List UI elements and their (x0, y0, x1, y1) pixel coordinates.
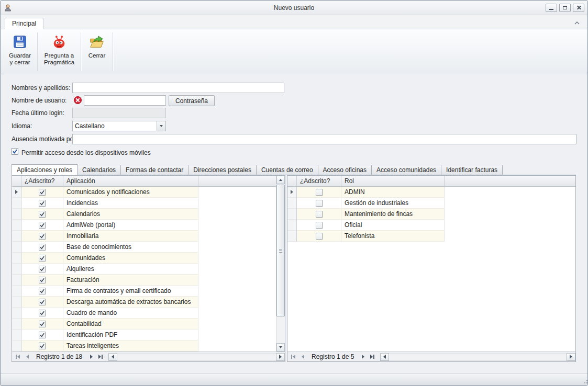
titlebar[interactable]: Nuevo usuario (1, 1, 587, 15)
absence-input[interactable] (72, 134, 576, 144)
tab-acceso-oficinas[interactable]: Acceso oficinas (318, 165, 372, 175)
next-record-button[interactable] (358, 353, 368, 361)
table-row[interactable]: Tareas inteligentes (12, 340, 276, 351)
ribbon-tab-principal[interactable]: Principal (5, 18, 43, 29)
table-row[interactable]: Base de conocimientos (12, 242, 276, 253)
row-checkbox[interactable] (316, 211, 323, 218)
row-checkbox[interactable] (39, 332, 46, 338)
column-header-adscrito[interactable]: ¿Adscrito? (297, 176, 341, 187)
first-record-button[interactable] (289, 353, 298, 361)
row-indicator (12, 231, 21, 242)
table-row[interactable]: Incidencias (12, 198, 276, 209)
table-row[interactable]: Calendarios (12, 209, 276, 220)
row-checkbox[interactable] (39, 266, 46, 273)
column-header-adscrito[interactable]: ¿Adscrito? (21, 176, 63, 187)
table-row[interactable]: Contabilidad (12, 319, 276, 330)
close-form-button[interactable]: Cerrar (83, 31, 110, 73)
table-row[interactable]: Telefonista (287, 231, 575, 242)
language-combobox[interactable]: Castellano (72, 121, 166, 131)
tab-direcciones-postales[interactable]: Direcciones postales (188, 165, 257, 175)
column-header-rol[interactable]: Rol (341, 176, 445, 187)
row-checkbox[interactable] (39, 277, 46, 283)
table-row[interactable]: Cuadro de mando (12, 308, 276, 319)
table-row[interactable]: ADMIN (287, 187, 575, 198)
adscrito-cell (297, 220, 341, 231)
username-input[interactable] (84, 95, 166, 106)
applications-grid-header: ¿Adscrito? Aplicación (12, 176, 276, 187)
tab-aplicaciones-y-roles[interactable]: Aplicaciones y roles (12, 164, 77, 175)
scroll-right-button[interactable] (567, 353, 575, 361)
table-row[interactable]: Alquileres (12, 264, 276, 275)
row-checkbox[interactable] (39, 255, 46, 262)
tab-acceso-comunidades[interactable]: Acceso comunidades (371, 165, 441, 175)
horizontal-scrollbar-track[interactable] (389, 353, 567, 361)
table-row[interactable]: AdmiWeb (portal) (12, 220, 276, 231)
table-row[interactable]: Facturación (12, 275, 276, 286)
minimize-button[interactable] (546, 4, 557, 12)
last-record-button[interactable] (96, 353, 105, 361)
column-header-aplicacion[interactable]: Aplicación (63, 176, 198, 187)
close-button[interactable] (573, 4, 584, 12)
password-button[interactable]: Contraseña (169, 95, 215, 106)
row-checkbox[interactable] (39, 200, 46, 207)
scroll-up-button[interactable] (276, 176, 285, 184)
table-row[interactable]: Descarga automática de extractos bancari… (12, 297, 276, 308)
row-checkbox[interactable] (39, 299, 46, 305)
table-row[interactable]: Mantenimiento de fincas (287, 209, 575, 220)
pragmatica-mascot-icon (51, 33, 68, 51)
previous-record-button[interactable] (298, 353, 307, 361)
row-checkbox[interactable] (39, 189, 46, 196)
first-record-button[interactable] (13, 353, 23, 361)
mobile-access-checkbox[interactable] (12, 148, 18, 155)
scrollbar-track[interactable] (276, 184, 285, 343)
row-indicator (12, 330, 21, 340)
row-checkbox[interactable] (39, 288, 46, 294)
full-name-input[interactable] (72, 83, 284, 93)
tab-formas-de-contactar[interactable]: Formas de contactar (120, 165, 188, 175)
resize-grip[interactable] (584, 382, 585, 383)
horizontal-scrollbar[interactable] (108, 353, 285, 361)
ribbon-collapse-button[interactable] (572, 19, 582, 27)
maximize-button[interactable] (559, 4, 571, 12)
row-checkbox[interactable] (39, 310, 46, 316)
row-checkbox[interactable] (316, 222, 323, 229)
applications-grid-vertical-scrollbar[interactable] (276, 176, 285, 351)
tab-identificar-facturas[interactable]: Identificar facturas (441, 165, 503, 175)
previous-record-button[interactable] (23, 353, 32, 361)
scroll-left-button[interactable] (108, 353, 117, 361)
row-checkbox[interactable] (39, 343, 46, 349)
row-checkbox[interactable] (39, 244, 46, 251)
scrollbar-thumb[interactable] (276, 185, 285, 316)
next-record-button[interactable] (86, 353, 96, 361)
table-row[interactable]: Gestión de industriales (287, 198, 575, 209)
row-checkbox[interactable] (316, 200, 323, 207)
save-and-close-button[interactable]: Guardar y cerrar (5, 31, 35, 73)
row-checkbox[interactable] (316, 233, 323, 240)
table-row[interactable]: Comunidades (12, 253, 276, 264)
minimize-icon (549, 9, 553, 10)
table-row[interactable]: Oficial (287, 220, 575, 231)
row-checkbox[interactable] (39, 321, 46, 327)
horizontal-scrollbar-track[interactable] (117, 353, 276, 361)
table-row[interactable]: Inmobiliaria (12, 231, 276, 242)
table-row[interactable]: Comunicados y notificaciones (12, 187, 276, 198)
row-indicator (287, 231, 297, 242)
scroll-left-button[interactable] (380, 353, 389, 361)
ask-pragmatica-button[interactable]: Pregunta a Pragmática (40, 31, 79, 73)
last-record-button[interactable] (368, 353, 377, 361)
scroll-down-button[interactable] (276, 343, 285, 351)
tab-cuentas-de-correo[interactable]: Cuentas de correo (256, 165, 318, 175)
row-checkbox[interactable] (39, 222, 46, 229)
adscrito-cell (297, 198, 341, 209)
table-row[interactable]: Firma de contratos y email certificado (12, 286, 276, 297)
row-checkbox[interactable] (316, 189, 323, 196)
row-label: Facturación (63, 275, 198, 286)
horizontal-scrollbar[interactable] (380, 353, 575, 361)
status-bar (1, 373, 587, 385)
table-row[interactable]: Identificación PDF (12, 330, 276, 340)
scroll-right-button[interactable] (276, 353, 285, 361)
language-dropdown-button[interactable] (157, 121, 165, 131)
row-checkbox[interactable] (39, 233, 46, 240)
tab-calendarios[interactable]: Calendarios (77, 165, 121, 175)
row-checkbox[interactable] (39, 211, 46, 218)
